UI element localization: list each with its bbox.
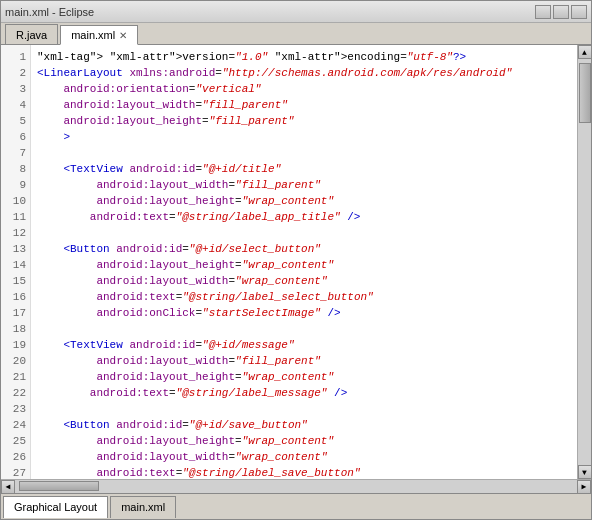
line-number-8: 8 [1, 161, 30, 177]
code-line-4: android:layout_width="fill_parent" [37, 97, 571, 113]
line-number-26: 26 [1, 449, 30, 465]
tab-r-java-label: R.java [16, 29, 47, 41]
tab-main-xml-close-icon[interactable]: ✕ [119, 30, 127, 41]
code-line-23 [37, 401, 571, 417]
vertical-scrollbar[interactable]: ▲ ▼ [577, 45, 591, 479]
code-line-21: android:layout_height="wrap_content" [37, 369, 571, 385]
code-area[interactable]: "xml-tag"> "xml-attr">version="1.0" "xml… [31, 45, 577, 479]
code-line-24: <Button android:id="@+id/save_button" [37, 417, 571, 433]
code-line-16: android:text="@string/label_select_butto… [37, 289, 571, 305]
minimize-button[interactable] [535, 5, 551, 19]
code-line-5: android:layout_height="fill_parent" [37, 113, 571, 129]
code-line-19: <TextView android:id="@+id/message" [37, 337, 571, 353]
code-line-12 [37, 225, 571, 241]
code-line-15: android:layout_width="wrap_content" [37, 273, 571, 289]
line-number-18: 18 [1, 321, 30, 337]
title-bar: main.xml - Eclipse [1, 1, 591, 23]
line-number-13: 13 [1, 241, 30, 257]
tab-main-xml-label: main.xml [71, 29, 115, 41]
scroll-down-arrow[interactable]: ▼ [578, 465, 592, 479]
line-number-19: 19 [1, 337, 30, 353]
scroll-right-arrow[interactable]: ▶ [577, 480, 591, 494]
tab-r-java[interactable]: R.java [5, 24, 58, 44]
scroll-track[interactable] [578, 59, 591, 465]
line-number-7: 7 [1, 145, 30, 161]
tab-main-xml[interactable]: main.xml ✕ [60, 25, 138, 45]
line-number-27: 27 [1, 465, 30, 479]
horizontal-scrollbar[interactable]: ◀ ▶ [1, 479, 591, 493]
line-number-22: 22 [1, 385, 30, 401]
code-line-9: android:layout_width="fill_parent" [37, 177, 571, 193]
scroll-thumb[interactable] [579, 63, 591, 123]
code-line-1: "xml-tag"> "xml-attr">version="1.0" "xml… [37, 49, 571, 65]
line-number-14: 14 [1, 257, 30, 273]
window: main.xml - Eclipse R.java main.xml ✕ 123… [0, 0, 592, 520]
line-number-21: 21 [1, 369, 30, 385]
title-bar-controls [535, 5, 587, 19]
code-line-13: <Button android:id="@+id/select_button" [37, 241, 571, 257]
scroll-left-arrow[interactable]: ◀ [1, 480, 15, 494]
line-number-1: 1 [1, 49, 30, 65]
code-line-3: android:orientation="vertical" [37, 81, 571, 97]
bottom-tab-graphical-layout-label: Graphical Layout [14, 501, 97, 513]
line-number-5: 5 [1, 113, 30, 129]
line-number-24: 24 [1, 417, 30, 433]
code-line-18 [37, 321, 571, 337]
bottom-tab-graphical-layout[interactable]: Graphical Layout [3, 496, 108, 518]
bottom-tab-main-xml[interactable]: main.xml [110, 496, 176, 518]
scroll-up-arrow[interactable]: ▲ [578, 45, 592, 59]
code-line-2: <LinearLayout xmlns:android="http://sche… [37, 65, 571, 81]
line-number-2: 2 [1, 65, 30, 81]
close-button[interactable] [571, 5, 587, 19]
line-number-17: 17 [1, 305, 30, 321]
line-number-6: 6 [1, 129, 30, 145]
editor-body: 1234567891011121314151617181920212223242… [1, 45, 591, 519]
code-line-20: android:layout_width="fill_parent" [37, 353, 571, 369]
code-line-22: android:text="@string/label_message" /> [37, 385, 571, 401]
line-number-11: 11 [1, 209, 30, 225]
line-number-16: 16 [1, 289, 30, 305]
h-scroll-thumb[interactable] [19, 481, 99, 491]
code-line-27: android:text="@string/label_save_button" [37, 465, 571, 479]
code-line-10: android:layout_height="wrap_content" [37, 193, 571, 209]
editor-main: 1234567891011121314151617181920212223242… [1, 45, 591, 479]
tab-bar: R.java main.xml ✕ [1, 23, 591, 45]
code-line-7 [37, 145, 571, 161]
line-number-20: 20 [1, 353, 30, 369]
line-number-9: 9 [1, 177, 30, 193]
bottom-tab-main-xml-label: main.xml [121, 501, 165, 513]
code-line-11: android:text="@string/label_app_title" /… [37, 209, 571, 225]
title-bar-label: main.xml - Eclipse [5, 6, 94, 18]
line-number-23: 23 [1, 401, 30, 417]
line-number-15: 15 [1, 273, 30, 289]
code-line-17: android:onClick="startSelectImage" /> [37, 305, 571, 321]
line-number-12: 12 [1, 225, 30, 241]
line-number-25: 25 [1, 433, 30, 449]
line-number-3: 3 [1, 81, 30, 97]
maximize-button[interactable] [553, 5, 569, 19]
line-number-4: 4 [1, 97, 30, 113]
bottom-tab-bar: Graphical Layout main.xml [1, 493, 591, 519]
line-numbers: 1234567891011121314151617181920212223242… [1, 45, 31, 479]
code-line-14: android:layout_height="wrap_content" [37, 257, 571, 273]
code-line-25: android:layout_height="wrap_content" [37, 433, 571, 449]
code-line-6: > [37, 129, 571, 145]
line-number-10: 10 [1, 193, 30, 209]
h-scroll-track[interactable] [15, 480, 577, 493]
code-line-8: <TextView android:id="@+id/title" [37, 161, 571, 177]
code-line-26: android:layout_width="wrap_content" [37, 449, 571, 465]
